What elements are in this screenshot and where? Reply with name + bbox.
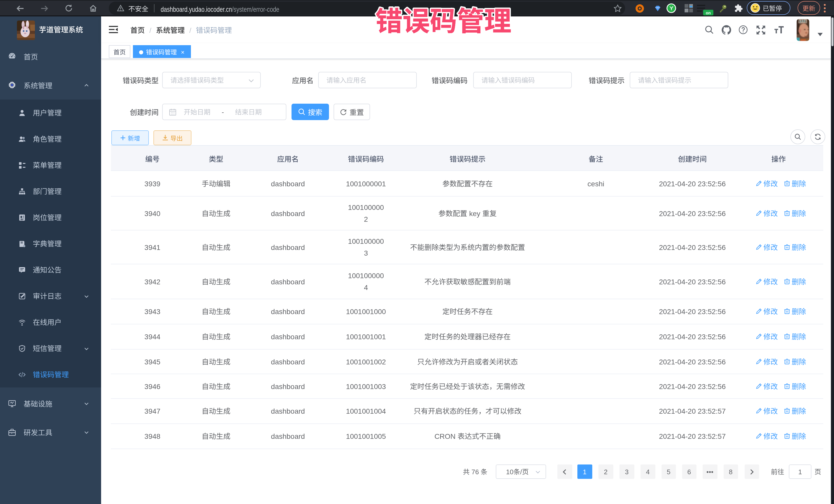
svg-text:错误码管理: 错误码管理 [375, 0, 511, 39]
